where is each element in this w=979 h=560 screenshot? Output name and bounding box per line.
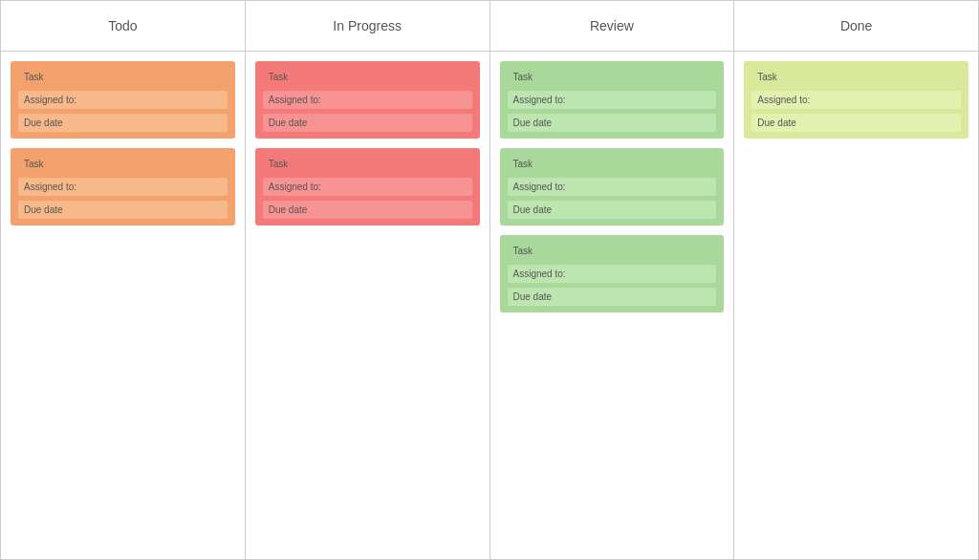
- card-due-label: Due date: [263, 114, 472, 132]
- card-assigned-label: Assigned to:: [263, 91, 472, 109]
- card-due-label: Due date: [18, 201, 228, 219]
- card-assigned-label: Assigned to:: [508, 91, 717, 109]
- card-assigned-label: Assigned to:: [508, 265, 717, 283]
- card-assigned-label: Assigned to:: [508, 178, 717, 196]
- column-body-review: TaskAssigned to:Due dateTaskAssigned to:…: [490, 52, 734, 559]
- column-header-inprogress: In Progress: [246, 1, 490, 52]
- card-task-label: Task: [751, 68, 961, 86]
- column-done: DoneTaskAssigned to:Due date: [734, 1, 978, 559]
- card-task-label: Task: [18, 155, 228, 173]
- card-due-label: Due date: [263, 201, 472, 219]
- card-assigned-label: Assigned to:: [263, 178, 472, 196]
- column-todo: TodoTaskAssigned to:Due dateTaskAssigned…: [1, 1, 246, 559]
- kanban-board: TodoTaskAssigned to:Due dateTaskAssigned…: [0, 0, 979, 560]
- card-due-label: Due date: [508, 288, 717, 306]
- card-due-label: Due date: [751, 114, 961, 132]
- card-assigned-label: Assigned to:: [18, 178, 228, 196]
- card-todo-0[interactable]: TaskAssigned to:Due date: [11, 61, 235, 139]
- card-task-label: Task: [508, 68, 717, 86]
- card-assigned-label: Assigned to:: [751, 91, 961, 109]
- card-inprogress-1[interactable]: TaskAssigned to:Due date: [255, 148, 480, 226]
- card-todo-1[interactable]: TaskAssigned to:Due date: [11, 148, 235, 226]
- card-done-0[interactable]: TaskAssigned to:Due date: [744, 61, 968, 139]
- card-review-0[interactable]: TaskAssigned to:Due date: [500, 61, 725, 139]
- column-body-inprogress: TaskAssigned to:Due dateTaskAssigned to:…: [246, 52, 490, 559]
- column-body-done: TaskAssigned to:Due date: [734, 52, 978, 559]
- card-review-1[interactable]: TaskAssigned to:Due date: [500, 148, 725, 226]
- column-header-review: Review: [490, 1, 734, 52]
- card-review-2[interactable]: TaskAssigned to:Due date: [500, 235, 725, 312]
- column-header-done: Done: [734, 1, 978, 52]
- card-task-label: Task: [18, 68, 228, 86]
- card-task-label: Task: [508, 155, 717, 173]
- column-header-todo: Todo: [1, 1, 245, 52]
- card-task-label: Task: [508, 242, 717, 260]
- card-due-label: Due date: [508, 114, 717, 132]
- card-task-label: Task: [263, 68, 472, 86]
- column-body-todo: TaskAssigned to:Due dateTaskAssigned to:…: [1, 52, 245, 559]
- card-due-label: Due date: [18, 114, 228, 132]
- card-inprogress-0[interactable]: TaskAssigned to:Due date: [255, 61, 480, 139]
- card-assigned-label: Assigned to:: [18, 91, 228, 109]
- column-review: ReviewTaskAssigned to:Due dateTaskAssign…: [490, 1, 735, 559]
- card-due-label: Due date: [508, 201, 717, 219]
- card-task-label: Task: [263, 155, 472, 173]
- column-inprogress: In ProgressTaskAssigned to:Due dateTaskA…: [246, 1, 490, 559]
